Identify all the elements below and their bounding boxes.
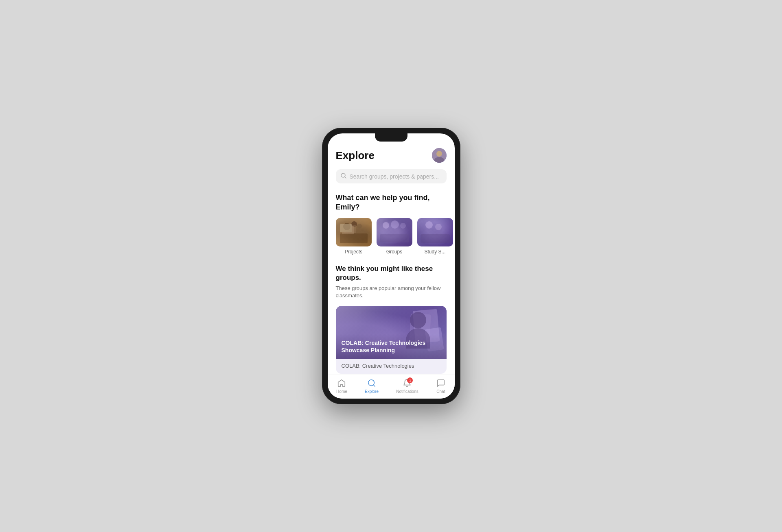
- nav-item-notifications[interactable]: 1 Notifications: [396, 378, 418, 394]
- category-item-study[interactable]: Study S...: [417, 218, 453, 255]
- category-label-projects: Projects: [345, 249, 362, 255]
- chat-icon: [436, 378, 446, 388]
- svg-line-6: [373, 385, 375, 386]
- nav-item-explore[interactable]: Explore: [365, 378, 379, 394]
- phone-screen: Explore Search groups, pr: [328, 133, 455, 399]
- category-item-projects[interactable]: Projects: [336, 218, 372, 255]
- group-card-colab[interactable]: COLAB: Creative Technologies Showcase Pl…: [336, 306, 447, 374]
- category-thumb-groups: [377, 218, 412, 246]
- welcome-heading: What can we help you find, Emily?: [328, 190, 455, 218]
- avatar[interactable]: [432, 148, 447, 163]
- bottom-nav: Home Explore 1: [328, 375, 455, 399]
- nav-label-chat: Chat: [436, 389, 445, 394]
- phone-notch: [375, 133, 407, 142]
- nav-label-explore: Explore: [365, 389, 379, 394]
- groups-section: We think you might like these groups. Th…: [328, 261, 455, 374]
- screen-content: Explore Search groups, pr: [328, 133, 455, 375]
- category-item-groups[interactable]: Groups: [377, 218, 412, 255]
- explore-icon: [367, 378, 377, 388]
- category-label-study: Study S...: [424, 249, 445, 255]
- search-bar[interactable]: Search groups, projects & papers...: [336, 169, 447, 183]
- group-card-name: COLAB: Creative Technologies: [336, 359, 447, 374]
- notifications-icon: 1: [402, 378, 412, 388]
- phone-device: Explore Search groups, pr: [322, 128, 460, 404]
- category-thumb-projects: [336, 218, 372, 246]
- nav-item-home[interactable]: Home: [336, 378, 347, 394]
- nav-item-chat[interactable]: Chat: [436, 378, 446, 394]
- svg-line-4: [345, 177, 346, 178]
- home-icon: [337, 378, 346, 388]
- nav-label-home: Home: [336, 389, 347, 394]
- search-placeholder-text: Search groups, projects & papers...: [350, 173, 439, 180]
- page-title: Explore: [336, 149, 375, 162]
- category-thumb-study: [417, 218, 453, 246]
- svg-point-1: [436, 151, 442, 157]
- category-label-groups: Groups: [386, 249, 402, 255]
- groups-section-title: We think you might like these groups.: [336, 264, 447, 282]
- nav-label-notifications: Notifications: [396, 389, 418, 394]
- search-icon: [341, 173, 346, 180]
- notification-badge: 1: [407, 377, 413, 383]
- categories-row: Projects Groups: [328, 218, 455, 261]
- group-card-image: COLAB: Creative Technologies Showcase Pl…: [336, 306, 447, 359]
- group-card-overlay-title: COLAB: Creative Technologies Showcase Pl…: [342, 339, 426, 354]
- groups-section-subtitle: These groups are popular among your fell…: [336, 285, 447, 299]
